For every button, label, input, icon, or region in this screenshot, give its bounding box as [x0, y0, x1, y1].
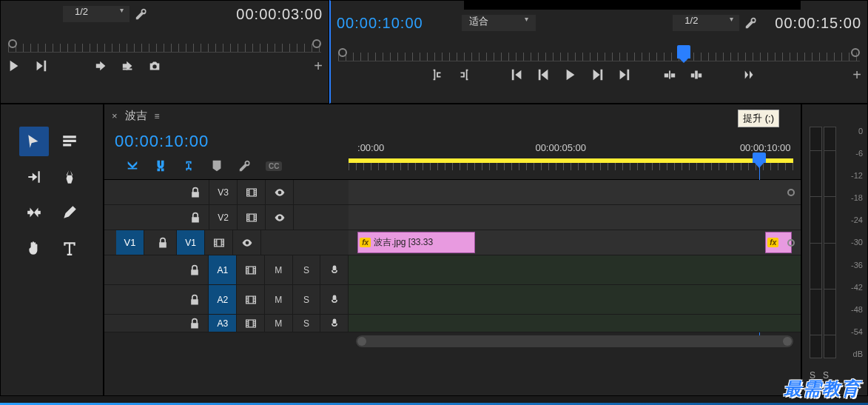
goto-in-icon[interactable]	[510, 67, 525, 82]
add-marker-icon[interactable]	[209, 158, 224, 173]
mark-in-icon[interactable]	[430, 67, 445, 82]
lane-v3[interactable]	[349, 180, 801, 205]
sync-lock-icon[interactable]	[205, 230, 233, 255]
lane-a3[interactable]	[349, 315, 801, 332]
lift-icon[interactable]	[662, 67, 677, 82]
track-label[interactable]: A3	[209, 315, 237, 332]
sync-lock-icon[interactable]	[237, 315, 265, 332]
clip-item[interactable]: fx 波吉.jpg [33.33	[357, 232, 475, 253]
sync-lock-icon[interactable]	[238, 205, 266, 230]
program-viewport	[464, 1, 801, 10]
track-header-v1[interactable]: V1 V1	[104, 230, 349, 255]
timeline-wrench-icon[interactable]	[238, 158, 252, 173]
audio-meter-bars	[810, 127, 836, 358]
hand-tool[interactable]	[19, 233, 49, 263]
track-header-a2[interactable]: A2 M S	[104, 285, 349, 315]
goto-out-icon[interactable]	[616, 67, 631, 82]
source-add-button-icon[interactable]: +	[314, 58, 323, 75]
track-header-v2[interactable]: V2	[104, 205, 349, 230]
source-patch-v1[interactable]: V1	[116, 230, 144, 255]
track-header-v3[interactable]: V3	[104, 180, 349, 205]
program-timecode[interactable]: 00:00:10:00	[337, 15, 423, 32]
selection-tool[interactable]	[19, 127, 49, 156]
more-buttons-icon[interactable]	[742, 67, 757, 82]
type-tool[interactable]	[55, 233, 84, 263]
slip-tool[interactable]	[19, 198, 49, 227]
program-fit-select[interactable]: 适合	[462, 15, 536, 31]
fx-badge-icon[interactable]: fx	[360, 238, 371, 247]
sequence-name[interactable]: 波吉	[125, 109, 147, 123]
voice-over-icon[interactable]	[320, 255, 349, 284]
play-in-to-out-icon[interactable]	[7, 58, 21, 73]
scrollbar-thumb[interactable]	[356, 335, 793, 347]
track-content-area[interactable]: fx 波吉.jpg [33.33 fx	[349, 180, 801, 332]
export-frame-icon[interactable]	[147, 58, 162, 73]
lane-v1[interactable]: fx 波吉.jpg [33.33 fx	[349, 230, 801, 255]
eye-icon[interactable]	[266, 180, 294, 204]
sync-lock-icon[interactable]	[237, 255, 265, 284]
timeline-ruler[interactable]: :00:00 00:00:05:00 00:00:10:00	[349, 142, 793, 172]
watermark: 最需教育	[784, 377, 861, 401]
mute-button[interactable]: M	[265, 285, 293, 314]
lock-icon[interactable]	[181, 315, 209, 332]
track-header-a1[interactable]: A1 M S	[104, 255, 349, 285]
mark-out-icon[interactable]	[457, 67, 471, 82]
lane-a1[interactable]	[349, 255, 801, 285]
voice-over-icon[interactable]	[320, 315, 349, 332]
program-add-button-icon[interactable]: +	[852, 67, 861, 84]
track-label[interactable]: V1	[177, 230, 205, 255]
lock-icon[interactable]	[181, 180, 209, 204]
solo-button[interactable]: S	[293, 255, 321, 284]
program-zoom-select[interactable]: 1/2	[673, 15, 739, 31]
track-select-tool[interactable]	[55, 127, 84, 156]
track-headers: V3 V2 V1 V1	[104, 180, 349, 332]
fx-badge-icon[interactable]: fx	[767, 238, 778, 247]
close-sequence-icon[interactable]: ×	[112, 110, 118, 121]
lane-v2[interactable]	[349, 205, 801, 230]
overwrite-icon[interactable]	[121, 58, 135, 73]
lock-icon[interactable]	[181, 255, 209, 284]
solo-button[interactable]: S	[293, 315, 321, 332]
eye-icon[interactable]	[266, 205, 294, 230]
voice-over-icon[interactable]	[320, 285, 349, 314]
magnet-icon[interactable]	[153, 158, 168, 173]
source-zoom-select[interactable]: 1/2	[63, 6, 129, 22]
track-label[interactable]: V2	[209, 205, 238, 230]
timeline-zoom-scrollbar[interactable]	[356, 335, 793, 347]
snap-icon[interactable]	[125, 158, 140, 173]
play-icon[interactable]	[563, 67, 578, 82]
lane-a2[interactable]	[349, 285, 801, 315]
captions-badge[interactable]: CC	[266, 161, 282, 171]
insert-icon[interactable]	[94, 58, 109, 73]
track-label[interactable]: V3	[209, 180, 238, 204]
timeline-timecode[interactable]: 00:00:10:00	[115, 132, 349, 151]
panel-menu-icon[interactable]: ≡	[155, 111, 160, 121]
eye-icon[interactable]	[233, 230, 261, 255]
lock-icon[interactable]	[181, 205, 209, 230]
track-header-a3[interactable]: A3 M S	[104, 315, 349, 332]
ripple-edit-tool[interactable]	[19, 162, 49, 192]
step-back-icon[interactable]	[536, 67, 551, 82]
goto-out-icon[interactable]	[33, 58, 48, 73]
sync-lock-icon[interactable]	[237, 285, 265, 314]
mute-button[interactable]: M	[265, 315, 293, 332]
wrench-icon[interactable]	[134, 7, 149, 21]
timeline-panel: × 波吉 ≡ 00:00:10:00 CC :00:00 00:00:0	[104, 104, 801, 396]
razor-tool[interactable]	[55, 162, 84, 192]
track-label[interactable]: A2	[209, 285, 237, 314]
linked-selection-icon[interactable]	[181, 158, 196, 173]
timeline-playhead-icon[interactable]	[753, 153, 766, 163]
source-scrub-bar[interactable]	[8, 30, 321, 53]
mute-button[interactable]: M	[265, 255, 293, 284]
extract-icon[interactable]	[689, 67, 704, 82]
step-forward-icon[interactable]	[590, 67, 605, 82]
pen-tool[interactable]	[55, 198, 84, 227]
program-scrub-bar[interactable]	[338, 39, 860, 61]
program-playhead-icon[interactable]	[677, 45, 690, 58]
track-label[interactable]: A1	[209, 255, 237, 284]
sync-lock-icon[interactable]	[238, 180, 266, 204]
lock-icon[interactable]	[149, 230, 177, 255]
lock-icon[interactable]	[181, 285, 209, 314]
solo-button[interactable]: S	[293, 285, 321, 314]
wrench-icon[interactable]	[744, 16, 758, 30]
